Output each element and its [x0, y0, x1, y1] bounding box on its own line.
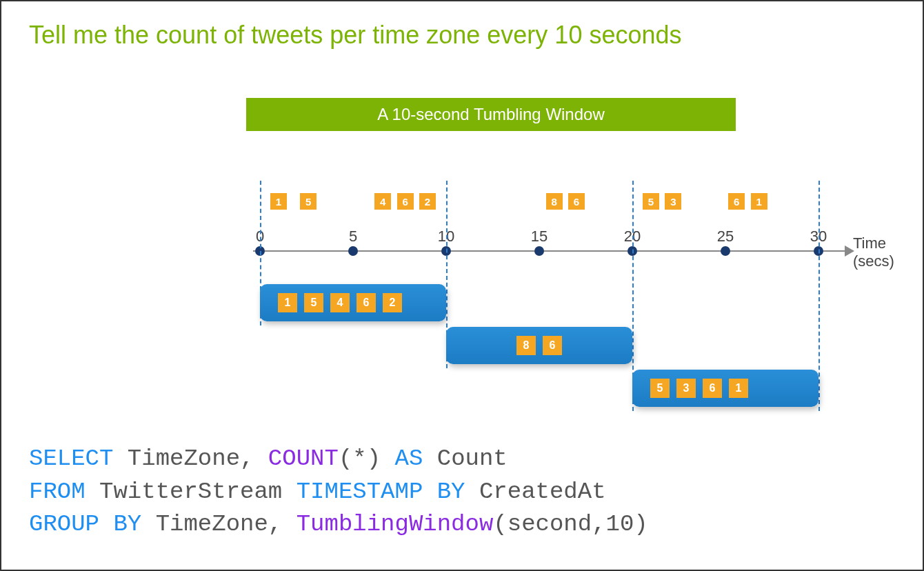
window-event: 4	[330, 293, 350, 312]
sql-groupby: GROUP BY	[29, 511, 141, 537]
stream-event: 1	[270, 193, 287, 210]
window-event: 2	[383, 293, 402, 312]
stream-event: 8	[546, 193, 563, 210]
tick-dot	[721, 246, 730, 256]
sql-block: SELECT TimeZone, COUNT(*) AS Count FROM …	[29, 443, 648, 541]
window-boundary	[818, 181, 820, 411]
window-result: 86	[446, 327, 632, 364]
axis-line	[253, 250, 846, 252]
stream-event: 4	[374, 193, 391, 210]
sql-countargs: (*)	[339, 445, 395, 472]
tick-dot	[348, 246, 358, 256]
sql-groupbyarg1: TimeZone,	[141, 511, 296, 537]
sql-select: SELECT	[29, 445, 113, 472]
axis-title: Time (secs)	[853, 234, 908, 270]
stream-event: 6	[397, 193, 414, 210]
stream-event: 3	[665, 193, 681, 210]
window-result: 5361	[632, 370, 818, 407]
window-event: 3	[676, 379, 696, 398]
tick-dot	[534, 246, 544, 256]
sql-tsby: TIMESTAMP BY	[297, 479, 465, 505]
window-event: 6	[356, 293, 376, 312]
sql-fromarg: TwitterStream	[86, 479, 297, 505]
window-event: 1	[278, 293, 297, 312]
window-event: 6	[703, 379, 722, 398]
window-event: 6	[543, 336, 562, 355]
sql-tumblingargs: (second,10)	[493, 511, 647, 537]
window-banner: A 10-second Tumbling Window	[246, 98, 736, 131]
window-event: 5	[650, 379, 670, 398]
tick-label: 25	[717, 228, 734, 246]
tick-label: 5	[349, 228, 357, 246]
sql-tumbling: TumblingWindow	[297, 511, 494, 537]
sql-countalias: Count	[423, 445, 507, 472]
axis-title-line1: Time	[853, 234, 908, 252]
window-event: 1	[729, 379, 748, 398]
sql-from: FROM	[29, 479, 86, 505]
stream-event: 6	[568, 193, 585, 210]
sql-tsbyarg: CreatedAt	[465, 479, 606, 505]
tick-label: 15	[531, 228, 548, 246]
stream-event: 5	[643, 193, 659, 210]
window-event: 8	[516, 336, 536, 355]
stream-event: 5	[300, 193, 317, 210]
diagram-title: Tell me the count of tweets per time zon…	[29, 21, 682, 50]
axis-title-line2: (secs)	[853, 252, 908, 270]
stream-event: 2	[419, 193, 436, 210]
sql-timezone: TimeZone,	[113, 445, 268, 472]
window-event: 5	[304, 293, 323, 312]
stream-event: 1	[751, 193, 767, 210]
sql-as: AS	[395, 445, 423, 472]
window-result: 15462	[260, 284, 446, 321]
sql-count: COUNT	[268, 445, 339, 472]
diagram-frame: Tell me the count of tweets per time zon…	[0, 0, 924, 571]
timeline: Time (secs) 0510152025301546286536115462…	[253, 181, 853, 443]
stream-event: 6	[728, 193, 745, 210]
